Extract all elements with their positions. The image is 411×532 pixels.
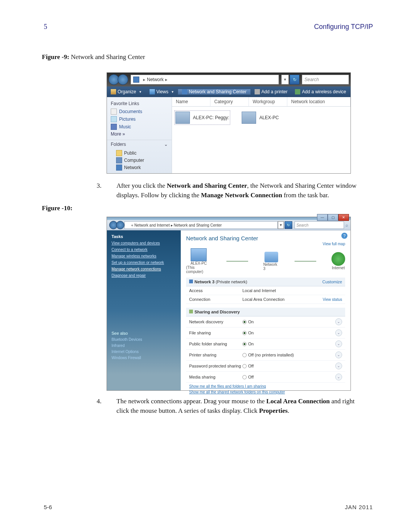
add-printer-button[interactable]: Add a printer bbox=[251, 89, 292, 94]
breadcrumb-sep-2: ▸ bbox=[165, 77, 167, 82]
forward-button[interactable] bbox=[118, 74, 128, 85]
network-item-peggy[interactable]: ALEX-PC: Peggy: bbox=[174, 110, 230, 125]
radio-off-icon bbox=[242, 375, 247, 379]
folder-public[interactable]: Public bbox=[116, 150, 168, 156]
sharing-section-header: Sharing and Discovery bbox=[186, 308, 345, 316]
organize-icon bbox=[111, 89, 116, 94]
tasks-heading: Tasks bbox=[112, 234, 176, 239]
step-4-text: 4.The network connections appear. Drag y… bbox=[107, 397, 360, 415]
show-files-link[interactable]: Show me all the files and folders I am s… bbox=[189, 384, 342, 388]
topology-line bbox=[226, 261, 248, 262]
search-input[interactable]: Search bbox=[295, 221, 344, 229]
breadcrumb-field[interactable]: « Network and Internet ▸ Network and Sha… bbox=[124, 221, 278, 229]
minimize-button[interactable]: — bbox=[317, 214, 328, 221]
task-manage-connections[interactable]: Manage network connections bbox=[112, 267, 176, 271]
address-dropdown[interactable]: ▼ bbox=[278, 221, 284, 229]
computer-icon bbox=[242, 112, 256, 124]
network-item-alexpc[interactable]: ALEX-PC bbox=[242, 110, 279, 125]
network-icon bbox=[133, 77, 139, 83]
folder-network[interactable]: Network bbox=[116, 165, 168, 171]
printer-icon bbox=[255, 89, 260, 94]
help-button[interactable]: ? bbox=[341, 233, 347, 239]
network-icon bbox=[264, 252, 278, 262]
main-panel: ? Network and Sharing Center View full m… bbox=[181, 230, 350, 390]
folder-computer[interactable]: Computer bbox=[116, 157, 168, 163]
column-headers: Name Category Workgroup Network location bbox=[172, 97, 350, 107]
sharing-icon bbox=[189, 310, 193, 313]
address-field[interactable]: ▸ Network ▸ bbox=[131, 75, 279, 85]
col-location[interactable]: Network location bbox=[287, 97, 350, 106]
header-title: Configuring TCP/IP bbox=[314, 23, 373, 31]
breadcrumb-network[interactable]: Network bbox=[147, 77, 164, 82]
sidebar-documents[interactable]: Documents bbox=[111, 109, 168, 115]
task-setup-connection[interactable]: Set up a connection or network bbox=[112, 260, 176, 265]
wireless-icon bbox=[295, 89, 300, 94]
task-view-computers[interactable]: View computers and devices bbox=[112, 241, 176, 245]
topology-line bbox=[295, 261, 316, 262]
network-sharing-center-button[interactable]: Network and Sharing Center bbox=[178, 89, 250, 95]
content-area: Name Category Workgroup Network location… bbox=[172, 97, 350, 173]
radio-off-icon bbox=[242, 353, 247, 357]
music-icon bbox=[111, 124, 117, 130]
maximize-button[interactable]: ▢ bbox=[328, 214, 338, 221]
expand-button[interactable]: ⌄ bbox=[335, 363, 342, 369]
network-section-header: Network 3 (Private network) Customize bbox=[186, 278, 345, 286]
figure-10-caption: Figure -10: bbox=[42, 204, 373, 212]
close-button[interactable]: ✕ bbox=[338, 214, 349, 221]
figure-9-screenshot: ▸ Network ▸ ▼ ↻ Search Organize▼ Views▼ … bbox=[107, 72, 351, 174]
task-diagnose[interactable]: Diagnose and repair bbox=[112, 273, 176, 278]
row-access: AccessLocal and Internet bbox=[186, 286, 345, 295]
expand-button[interactable]: ⌄ bbox=[335, 340, 342, 347]
views-icon bbox=[150, 89, 155, 94]
sidebar-music[interactable]: Music bbox=[111, 124, 168, 130]
organize-menu[interactable]: Organize▼ bbox=[107, 89, 146, 94]
nsc-icon bbox=[126, 223, 130, 227]
computer-icon bbox=[175, 112, 190, 124]
see-also-firewall[interactable]: Windows Firewall bbox=[112, 356, 176, 360]
documents-icon bbox=[111, 109, 117, 115]
col-category[interactable]: Category bbox=[210, 97, 249, 106]
search-icon[interactable]: ⌕ bbox=[346, 223, 348, 227]
row-media-sharing: Media sharingOff⌄ bbox=[186, 372, 345, 383]
see-also-infrared[interactable]: Infrared bbox=[112, 343, 176, 348]
customize-link[interactable]: Customize bbox=[322, 280, 342, 284]
network-topology: ALEX-PC(This computer) Network 3 Interne… bbox=[186, 248, 345, 274]
row-network-discovery: Network discoveryOn⌄ bbox=[186, 316, 345, 328]
figure-9-text: Network and Sharing Center bbox=[69, 53, 145, 61]
expand-button[interactable]: ⌄ bbox=[335, 351, 342, 358]
col-name[interactable]: Name bbox=[172, 97, 210, 106]
col-workgroup[interactable]: Workgroup bbox=[249, 97, 287, 106]
radio-on-icon bbox=[242, 331, 247, 335]
sidebar-more[interactable]: More » bbox=[111, 131, 168, 137]
add-wireless-button[interactable]: Add a wireless device bbox=[291, 89, 350, 94]
search-input[interactable]: Search bbox=[302, 75, 349, 85]
sidebar-pictures[interactable]: Pictures bbox=[111, 116, 168, 122]
nsc-title: Network and Sharing Center bbox=[186, 235, 345, 241]
address-bar-2: « Network and Internet ▸ Network and Sha… bbox=[107, 220, 350, 230]
pictures-icon bbox=[111, 116, 117, 122]
tasks-panel: Tasks View computers and devices Connect… bbox=[107, 230, 181, 390]
views-menu[interactable]: Views▼ bbox=[146, 89, 178, 94]
address-dropdown[interactable]: ▼ bbox=[281, 75, 289, 85]
step-number: 3. bbox=[107, 181, 116, 191]
computer-icon bbox=[116, 157, 122, 163]
toolbar: Organize▼ Views▼ Network and Sharing Cen… bbox=[107, 86, 350, 97]
expand-button[interactable]: ⌄ bbox=[335, 374, 342, 380]
show-shared-folders-link[interactable]: Show me all the shared network folders o… bbox=[189, 390, 342, 394]
forward-button[interactable] bbox=[116, 221, 124, 229]
refresh-button[interactable]: ↻ bbox=[290, 75, 299, 85]
folders-header[interactable]: Folders⌄ bbox=[107, 140, 172, 149]
refresh-button[interactable]: ↻ bbox=[285, 221, 292, 229]
view-full-map-link[interactable]: View full map bbox=[323, 242, 345, 246]
expand-button[interactable]: ⌄ bbox=[335, 318, 342, 325]
sidebar: Favorite Links Documents Pictures Music … bbox=[107, 97, 172, 173]
see-also-bluetooth[interactable]: Bluetooth Devices bbox=[112, 337, 176, 342]
task-manage-wireless[interactable]: Manage wireless networks bbox=[112, 254, 176, 258]
task-connect-network[interactable]: Connect to a network bbox=[112, 248, 176, 252]
see-also-internet-options[interactable]: Internet Options bbox=[112, 350, 176, 354]
network-badge-icon bbox=[189, 280, 193, 283]
figure-10-screenshot: — ▢ ✕ « Network and Internet ▸ Network a… bbox=[107, 217, 351, 391]
figure-9-label: Figure -9: bbox=[42, 53, 69, 61]
expand-button[interactable]: ⌄ bbox=[335, 329, 342, 336]
view-status-link[interactable]: View status bbox=[323, 297, 342, 302]
